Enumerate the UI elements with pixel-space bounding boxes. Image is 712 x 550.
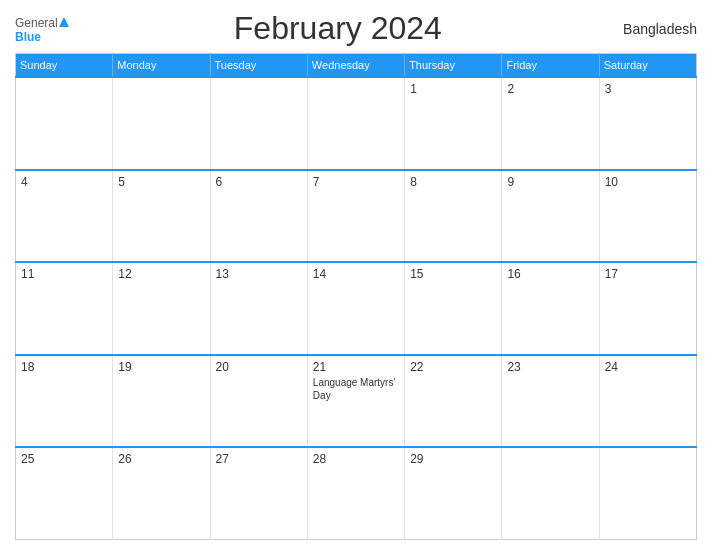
day-number: 6 xyxy=(216,175,302,189)
svg-marker-0 xyxy=(59,17,69,27)
calendar-cell: 28 xyxy=(307,447,404,540)
calendar-cell: 16 xyxy=(502,262,599,355)
calendar-cell: 2 xyxy=(502,77,599,170)
calendar-cell: 14 xyxy=(307,262,404,355)
calendar-cell: 17 xyxy=(599,262,696,355)
calendar-cell xyxy=(16,77,113,170)
day-number: 8 xyxy=(410,175,496,189)
day-number: 17 xyxy=(605,267,691,281)
calendar-cell: 3 xyxy=(599,77,696,170)
calendar-page: General Blue February 2024 Bangladesh Su… xyxy=(0,0,712,550)
calendar-cell: 11 xyxy=(16,262,113,355)
col-sunday: Sunday xyxy=(16,54,113,78)
logo-triangle-icon xyxy=(59,14,69,30)
calendar-week-row: 45678910 xyxy=(16,170,697,263)
col-monday: Monday xyxy=(113,54,210,78)
col-thursday: Thursday xyxy=(405,54,502,78)
calendar-cell xyxy=(210,77,307,170)
calendar-cell: 23 xyxy=(502,355,599,448)
day-number: 14 xyxy=(313,267,399,281)
calendar-cell xyxy=(599,447,696,540)
calendar-body: 123456789101112131415161718192021Languag… xyxy=(16,77,697,540)
month-title: February 2024 xyxy=(69,10,607,47)
day-number: 23 xyxy=(507,360,593,374)
day-number: 18 xyxy=(21,360,107,374)
calendar-week-row: 2526272829 xyxy=(16,447,697,540)
calendar-cell: 18 xyxy=(16,355,113,448)
calendar-cell xyxy=(307,77,404,170)
day-number: 2 xyxy=(507,82,593,96)
day-number: 27 xyxy=(216,452,302,466)
calendar-cell: 10 xyxy=(599,170,696,263)
logo-blue-text: Blue xyxy=(15,31,69,43)
day-number: 15 xyxy=(410,267,496,281)
day-number: 1 xyxy=(410,82,496,96)
day-number: 12 xyxy=(118,267,204,281)
col-saturday: Saturday xyxy=(599,54,696,78)
col-friday: Friday xyxy=(502,54,599,78)
calendar-cell: 21Language Martyrs' Day xyxy=(307,355,404,448)
calendar-cell: 7 xyxy=(307,170,404,263)
calendar-cell: 13 xyxy=(210,262,307,355)
day-number: 11 xyxy=(21,267,107,281)
day-number: 21 xyxy=(313,360,399,374)
day-number: 24 xyxy=(605,360,691,374)
day-number: 25 xyxy=(21,452,107,466)
calendar-cell: 1 xyxy=(405,77,502,170)
day-number: 7 xyxy=(313,175,399,189)
day-number: 19 xyxy=(118,360,204,374)
day-number: 16 xyxy=(507,267,593,281)
day-number: 5 xyxy=(118,175,204,189)
calendar-cell: 19 xyxy=(113,355,210,448)
col-wednesday: Wednesday xyxy=(307,54,404,78)
calendar-cell xyxy=(502,447,599,540)
day-number: 28 xyxy=(313,452,399,466)
logo-general-text: General xyxy=(15,17,58,29)
calendar-cell: 27 xyxy=(210,447,307,540)
calendar-cell: 4 xyxy=(16,170,113,263)
calendar-cell: 22 xyxy=(405,355,502,448)
calendar-cell: 5 xyxy=(113,170,210,263)
day-number: 3 xyxy=(605,82,691,96)
calendar-cell: 15 xyxy=(405,262,502,355)
holiday-label: Language Martyrs' Day xyxy=(313,376,399,402)
calendar-cell: 8 xyxy=(405,170,502,263)
calendar-header: Sunday Monday Tuesday Wednesday Thursday… xyxy=(16,54,697,78)
calendar-week-row: 18192021Language Martyrs' Day222324 xyxy=(16,355,697,448)
calendar-cell: 26 xyxy=(113,447,210,540)
calendar-cell: 29 xyxy=(405,447,502,540)
day-number: 10 xyxy=(605,175,691,189)
calendar-cell: 12 xyxy=(113,262,210,355)
calendar-week-row: 123 xyxy=(16,77,697,170)
day-number: 9 xyxy=(507,175,593,189)
day-number: 4 xyxy=(21,175,107,189)
days-of-week-row: Sunday Monday Tuesday Wednesday Thursday… xyxy=(16,54,697,78)
calendar-cell: 25 xyxy=(16,447,113,540)
col-tuesday: Tuesday xyxy=(210,54,307,78)
header: General Blue February 2024 Bangladesh xyxy=(15,10,697,47)
country-label: Bangladesh xyxy=(607,21,697,37)
day-number: 13 xyxy=(216,267,302,281)
calendar-cell xyxy=(113,77,210,170)
calendar-cell: 9 xyxy=(502,170,599,263)
day-number: 29 xyxy=(410,452,496,466)
calendar-cell: 6 xyxy=(210,170,307,263)
day-number: 26 xyxy=(118,452,204,466)
day-number: 22 xyxy=(410,360,496,374)
day-number: 20 xyxy=(216,360,302,374)
calendar-cell: 20 xyxy=(210,355,307,448)
calendar-week-row: 11121314151617 xyxy=(16,262,697,355)
logo: General Blue xyxy=(15,15,69,43)
calendar-table: Sunday Monday Tuesday Wednesday Thursday… xyxy=(15,53,697,540)
calendar-cell: 24 xyxy=(599,355,696,448)
